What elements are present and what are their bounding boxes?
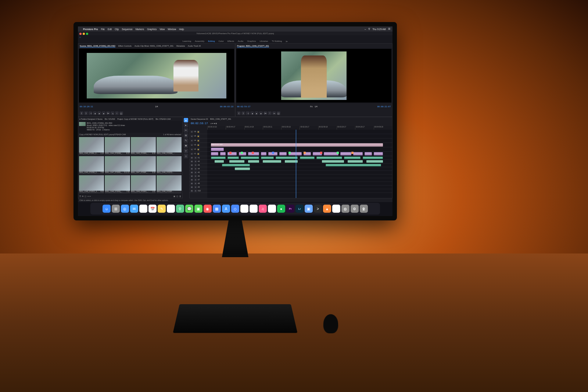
step-back-button[interactable]: ◂ [250,111,254,115]
track-mute-icon[interactable]: M [190,164,193,166]
track-lock-icon[interactable]: 🔒 [197,148,200,151]
list-view-icon[interactable]: ☰ [79,195,81,197]
dock-finder[interactable]: ☺ [103,205,111,213]
dock-mail[interactable]: ✉ [130,205,138,213]
dock-facetime[interactable]: ▣ [194,205,202,213]
track-mute-icon[interactable]: M [190,157,193,159]
source-fit-dropdown[interactable]: 1/4 [155,105,158,108]
audio-clip[interactable] [326,164,381,166]
track-solo-icon[interactable]: S [194,164,197,166]
timeline-timecode[interactable]: 00:02:59:17 [191,122,208,125]
audio-track-row[interactable] [207,186,392,189]
clip-thumbnail[interactable]: B001_C048_07209Q_…7:02 [105,175,130,194]
video-clip[interactable] [340,152,351,155]
audio-clip[interactable] [322,160,344,163]
clip-thumbnail[interactable]: B001_C044_07206M_…8:15 [105,137,130,155]
timeline-marker[interactable] [272,152,274,154]
video-track-row[interactable] [207,152,392,156]
workspace-editing[interactable]: Editing [208,40,215,42]
dock-settings[interactable]: ⚙ [351,205,359,213]
video-clip[interactable] [374,152,383,155]
track-toggle-output[interactable]: ● [190,139,193,142]
dock-calendar[interactable]: 📅 [148,205,157,213]
spotlight-icon[interactable]: ⚲ [368,28,370,30]
clip-thumbnail[interactable]: B001_C049_07207D… [157,156,182,175]
step-back-button[interactable]: ◂ [93,111,97,115]
export-frame-button[interactable]: ◫ [119,111,123,115]
dock-preview[interactable]: ▦ [213,205,221,213]
source-viewer[interactable] [79,49,234,103]
dock-itunes[interactable]: ♫ [259,205,267,213]
audio-clip[interactable] [366,160,383,163]
audio-track-header[interactable]: MSA3 [190,163,207,167]
audio-clip[interactable] [363,157,383,159]
track-toggle-output[interactable]: ● [190,144,193,146]
video-clip[interactable] [279,152,287,155]
workspace-learning[interactable]: Learning [183,40,191,42]
mark-in-button[interactable]: { [80,111,83,115]
clip-thumbnail[interactable]: B001_C049_07208F… [157,175,182,194]
menu-view[interactable]: View [159,28,165,30]
video-track-header[interactable]: ●V2🔒 [190,147,207,152]
item-thumb[interactable] [79,122,86,126]
dock-spotify[interactable]: ● [277,205,285,213]
tool-3[interactable]: ⊕ [184,133,188,138]
dock-messages[interactable]: 💬 [185,205,193,213]
track-toggle-output[interactable]: ● [190,152,193,155]
dock-reminders[interactable]: ☑ [167,205,175,213]
track-lock-icon[interactable]: 🔒 [197,130,200,133]
dock-launchpad[interactable]: ⊞ [112,205,120,213]
clip-thumbnail[interactable]: B001_C043_07203E_0…7:09 [79,156,104,175]
menu-help[interactable]: Help [179,28,184,30]
dock-maps[interactable]: ⚲ [176,205,184,213]
track-solo-icon[interactable]: S [194,168,197,170]
audio-track-header[interactable]: MSA10 [190,189,207,193]
dock-safari[interactable]: ◎ [121,205,129,213]
audio-track-row[interactable] [207,171,392,175]
insert-button[interactable]: ↘ [111,111,114,115]
tab-trailers[interactable]: a Trailers Designed 2 Stores [79,118,103,120]
close-window-button[interactable] [79,33,82,35]
dock-photos[interactable]: ✿ [139,205,147,213]
dock-app-store[interactable]: A [222,205,230,213]
audio-clip[interactable] [248,160,259,163]
mark-in-button[interactable]: { [237,111,241,115]
workspace-libraries[interactable]: Libraries [259,40,268,42]
timeline-marker[interactable] [304,152,306,154]
minimize-window-button[interactable] [83,33,85,35]
tab-audio-track[interactable]: Audio Track M [188,45,201,47]
audio-track-header[interactable]: MSA6 [190,175,207,178]
play-button[interactable]: ▸ [97,111,101,115]
playhead[interactable] [296,130,296,198]
zoom-slider[interactable]: ━○━ [87,195,91,197]
home-icon[interactable]: ⌂ [79,36,81,38]
program-fit-dropdown[interactable]: Fit [310,105,312,108]
mark-out-button[interactable]: } [241,111,245,115]
track-lock-icon[interactable]: 🔒 [197,135,200,137]
tab-project[interactable]: Project: Copy of MONEY NOW (FULL EDIT) [117,118,153,120]
video-clip[interactable] [211,148,224,151]
clip-thumbnail[interactable]: B001_C047_07206F_…3:18 [131,156,156,175]
menu-window[interactable]: Window [168,28,176,30]
video-clip[interactable] [365,152,372,155]
go-to-in-button[interactable]: ⊣ [89,111,92,115]
timeline-marker[interactable] [229,152,232,154]
audio-clip[interactable] [241,157,259,159]
lift-button[interactable]: ↑ [268,111,272,115]
program-viewer[interactable] [236,49,391,103]
timeline-marker[interactable] [337,152,339,154]
tool-1[interactable]: ▸ [184,123,188,127]
video-clip[interactable] [353,152,362,155]
program-tc-in[interactable]: 00:02:59:17 [237,105,250,108]
source-tc-in[interactable]: 09:16:26:11 [80,105,93,108]
track-lock-icon[interactable]: 🔒 [197,139,200,142]
track-mute-icon[interactable]: M [190,182,193,185]
tool-6[interactable]: T [184,149,188,153]
step-fwd-button[interactable]: ▸ [259,111,263,115]
clip-thumbnail[interactable]: B001_C043_07206L_0…1:14 [79,137,104,155]
audio-clip[interactable] [348,160,362,163]
audio-track-header[interactable]: MSA8 [190,182,207,186]
tab-nested-seq[interactable]: Nested Sequence 03 [191,118,208,120]
workspace-effects[interactable]: Effects [227,40,234,42]
video-track-header[interactable]: ●V6🔒 [190,130,207,134]
